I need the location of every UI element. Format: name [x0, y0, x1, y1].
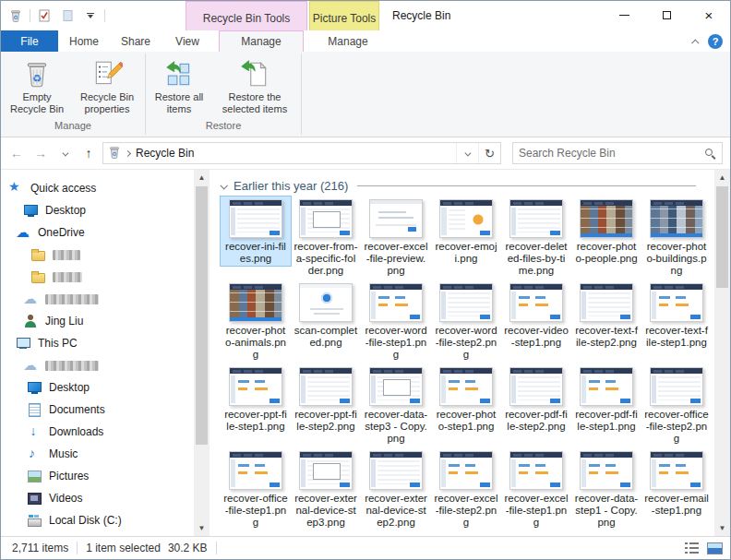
breadcrumb[interactable]: Recycle Bin	[122, 147, 198, 160]
tab-view[interactable]: View	[162, 30, 213, 52]
sidebar-item-cloud-account-2[interactable]	[1, 354, 194, 376]
tab-manage-picture[interactable]: Manage	[313, 30, 383, 52]
contextual-tab-picture-tools[interactable]: Picture Tools	[309, 1, 379, 30]
tab-home[interactable]: Home	[58, 30, 110, 52]
thumbnails-view-button[interactable]	[707, 542, 723, 554]
file-thumbnail	[229, 367, 282, 406]
maximize-icon	[663, 11, 671, 19]
file-item[interactable]: recover-photo-step1.png	[431, 364, 501, 434]
search-box[interactable]	[512, 142, 723, 164]
search-icon[interactable]	[704, 148, 716, 160]
sidebar-item-desktop[interactable]: Desktop	[1, 376, 194, 399]
file-item[interactable]: recover-pdf-file-step1.png	[571, 364, 641, 434]
file-thumbnail	[580, 451, 633, 490]
scrollbar-thumb[interactable]	[196, 186, 208, 445]
sidebar-item-onedrive[interactable]: OneDrive	[1, 221, 194, 244]
sidebar-item-pictures[interactable]: Pictures	[1, 465, 194, 487]
recycle-bin-properties-button[interactable]: Recycle Bin properties	[72, 55, 142, 118]
properties-check-icon[interactable]	[35, 6, 54, 25]
file-item[interactable]: recover-from-a-specific-folder.png	[291, 197, 361, 278]
scroll-down-arrow-icon[interactable]: ▼	[194, 520, 210, 536]
scrollbar-thumb[interactable]	[716, 186, 728, 288]
address-dropdown-button[interactable]	[456, 143, 478, 163]
file-item[interactable]: recover-photo-animals.png	[221, 280, 291, 362]
sidebar-item-jing-liu[interactable]: Jing Liu	[1, 310, 194, 332]
empty-recycle-bin-button[interactable]: ♻ Empty Recycle Bin	[4, 55, 70, 118]
file-item[interactable]: recover-excel-file-step2.png	[431, 448, 501, 530]
group-header[interactable]: Earlier this year (216)	[221, 179, 696, 193]
sidebar-item-local-disk-c[interactable]: Local Disk (C:)	[1, 509, 194, 531]
window-title: Recycle Bin	[392, 9, 450, 22]
recycle-bin-icon[interactable]: ♻	[6, 6, 25, 25]
file-item[interactable]: recover-deleted-files-by-time.png	[501, 197, 571, 278]
file-item[interactable]: recover-pdf-file-step2.png	[501, 364, 571, 434]
file-item[interactable]: recover-excel-file-preview.png	[361, 197, 431, 278]
sidebar-item-videos[interactable]: Videos	[1, 487, 194, 509]
file-item[interactable]: recover-email-step1.png	[641, 448, 712, 518]
file-item[interactable]: recover-text-file-step1.png	[641, 280, 712, 350]
file-name: recover-from-a-specific-folder.png	[294, 241, 358, 277]
file-item[interactable]: recover-external-device-step3.png	[291, 448, 361, 530]
tab-file[interactable]: File	[1, 30, 58, 52]
file-item[interactable]: recover-ppt-file-step2.png	[291, 364, 361, 434]
sidebar-item-label: Downloads	[49, 425, 103, 438]
address-bar[interactable]: ♻ Recycle Bin ↻	[102, 142, 501, 164]
file-item[interactable]: recover-photo-buildings.png	[641, 197, 712, 278]
close-button[interactable]: ×	[688, 1, 730, 29]
details-view-button[interactable]	[684, 542, 700, 554]
minimize-button[interactable]	[603, 1, 645, 29]
restore-all-items-button[interactable]: Restore all items	[149, 55, 210, 118]
scroll-up-arrow-icon[interactable]: ▲	[714, 170, 730, 185]
file-item[interactable]: recover-excel-file-step1.png	[501, 448, 571, 530]
file-item[interactable]: recover-emoji.png	[431, 197, 501, 266]
sidebar-item-cloud-account-1[interactable]	[1, 288, 194, 310]
tab-share[interactable]: Share	[110, 30, 162, 52]
sidebar-item-onedrive-folder-1[interactable]	[1, 244, 194, 266]
back-button[interactable]: ←	[6, 143, 27, 163]
svg-text:♻: ♻	[112, 150, 116, 156]
recent-locations-dropdown[interactable]	[54, 143, 75, 163]
collapse-ribbon-button[interactable]	[693, 35, 699, 48]
restore-selected-items-button[interactable]: Restore the selected items	[211, 55, 298, 118]
file-item[interactable]: recover-word-file-step2.png	[431, 280, 501, 362]
blank-page-icon[interactable]	[58, 6, 77, 25]
sidebar-item-this-pc[interactable]: This PC	[1, 332, 194, 354]
up-button[interactable]: ↑	[78, 143, 99, 163]
file-name: recover-ppt-file-step2.png	[294, 409, 358, 433]
file-item[interactable]: recover-data-step3 - Copy.png	[361, 364, 431, 446]
file-item[interactable]: recover-office-file-step1.png	[221, 448, 291, 530]
refresh-button[interactable]: ↻	[478, 143, 500, 163]
tab-manage-recycle-bin[interactable]: Manage	[219, 30, 304, 52]
sidebar-item-downloads[interactable]: Downloads	[1, 421, 194, 443]
button-label: Empty Recycle Bin	[8, 91, 66, 115]
file-item[interactable]: recover-ini-files.png	[221, 197, 291, 266]
sidebar-item-documents[interactable]: Documents	[1, 399, 194, 421]
sidebar-scrollbar[interactable]: ▲ ▼	[194, 170, 210, 536]
file-item[interactable]: recover-ppt-file-step1.png	[221, 364, 291, 434]
file-item[interactable]: recover-video-step1.png	[501, 280, 571, 350]
content-scrollbar[interactable]: ▲ ▼	[714, 170, 730, 536]
maximize-button[interactable]	[645, 1, 688, 29]
file-item[interactable]: recover-word-file-step1.png	[361, 280, 431, 362]
recycle-bin-icon: ♻	[107, 145, 122, 162]
sidebar-item-quick-access[interactable]: Quick access	[1, 177, 194, 199]
sidebar-item-music[interactable]: Music	[1, 443, 194, 465]
contextual-tab-recycle-bin-tools[interactable]: Recycle Bin Tools	[186, 1, 307, 30]
file-list-pane: Earlier this year (216) recover-ini-file…	[210, 170, 730, 536]
customize-dropdown-icon[interactable]	[81, 6, 100, 25]
forward-button[interactable]: →	[30, 143, 51, 163]
sidebar-item-onedrive-folder-2[interactable]	[1, 266, 194, 288]
file-item[interactable]: recover-photo-people.png	[571, 197, 641, 266]
file-item[interactable]: recover-text-file-step2.png	[571, 280, 641, 350]
sidebar-item-label: Videos	[49, 492, 82, 505]
scroll-up-arrow-icon[interactable]: ▲	[194, 170, 210, 185]
file-item[interactable]: recover-external-device-step2.png	[361, 448, 431, 530]
file-item[interactable]: scan-completed.png	[291, 280, 361, 350]
window-controls: ×	[603, 1, 730, 29]
sidebar-item-desktop-pinned[interactable]: Desktop	[1, 199, 194, 221]
file-item[interactable]: recover-data-step1 - Copy.png	[571, 448, 641, 530]
file-item[interactable]: recover-office-file-step2.png	[641, 364, 712, 446]
search-input[interactable]	[519, 147, 704, 160]
help-button[interactable]: ?	[708, 34, 723, 49]
scroll-down-arrow-icon[interactable]: ▼	[714, 520, 730, 536]
